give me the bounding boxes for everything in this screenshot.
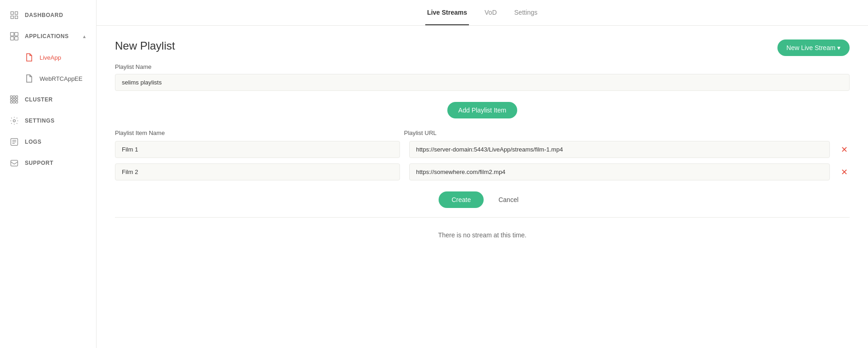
cluster-icon xyxy=(9,95,19,105)
settings-icon xyxy=(9,116,19,126)
sidebar-item-support[interactable]: SUPPORT xyxy=(0,152,96,174)
cancel-button[interactable]: Cancel xyxy=(491,191,526,208)
playlist-columns-header: Playlist Item Name Playlist URL xyxy=(115,129,850,136)
svg-rect-4 xyxy=(11,33,14,36)
sidebar-applications-label: APPLICATIONS xyxy=(25,33,69,39)
playlist-item-name-1[interactable] xyxy=(115,141,400,158)
svg-rect-7 xyxy=(15,37,18,40)
playlist-item-name-2[interactable] xyxy=(115,163,400,180)
svg-rect-9 xyxy=(13,96,15,98)
liveapp-file-icon xyxy=(24,52,34,62)
no-stream-message: There is no stream at this time. xyxy=(115,218,850,253)
sidebar-support-label: SUPPORT xyxy=(25,160,53,166)
support-icon xyxy=(9,158,19,168)
svg-rect-10 xyxy=(16,96,17,98)
sidebar-webrtcappee-label: WebRTCAppEE xyxy=(40,75,82,82)
svg-rect-16 xyxy=(16,101,17,103)
sidebar-item-logs[interactable]: LOGS xyxy=(0,131,96,152)
form-actions: Create Cancel xyxy=(115,191,850,218)
column-url-header: Playlist URL xyxy=(404,129,824,136)
applications-icon xyxy=(9,31,19,41)
svg-rect-11 xyxy=(11,99,12,101)
sidebar: DASHBOARD APPLICATIONS ▲ LiveApp WebRTCA… xyxy=(0,0,97,348)
sidebar-item-settings[interactable]: SETTINGS xyxy=(0,110,96,131)
svg-rect-2 xyxy=(11,16,14,19)
sidebar-cluster-label: CLUSTER xyxy=(25,96,53,103)
applications-chevron: ▲ xyxy=(82,34,87,39)
svg-rect-14 xyxy=(11,101,12,103)
sidebar-item-applications[interactable]: APPLICATIONS ▲ xyxy=(0,26,96,47)
svg-rect-22 xyxy=(11,160,18,166)
tab-vod[interactable]: VoD xyxy=(483,0,498,25)
playlist-item-url-2[interactable] xyxy=(409,163,830,180)
sidebar-logs-label: LOGS xyxy=(25,139,41,145)
sidebar-dashboard-label: DASHBOARD xyxy=(25,12,63,18)
tab-live-streams[interactable]: Live Streams xyxy=(425,0,469,25)
playlist-row: ✕ xyxy=(115,141,850,158)
webrtc-file-icon xyxy=(24,73,34,84)
playlist-row: ✕ xyxy=(115,163,850,180)
svg-point-17 xyxy=(13,120,16,122)
content-area: New Live Stream ▾ New Playlist Playlist … xyxy=(97,26,868,348)
playlist-item-url-1[interactable] xyxy=(409,141,830,158)
logs-icon xyxy=(9,137,19,147)
svg-rect-13 xyxy=(16,99,17,101)
delete-item-2-button[interactable]: ✕ xyxy=(839,165,850,179)
sidebar-item-dashboard[interactable]: DASHBOARD xyxy=(0,5,96,26)
create-button[interactable]: Create xyxy=(439,191,484,208)
sidebar-item-webrtcappee[interactable]: WebRTCAppEE xyxy=(0,68,96,89)
playlist-name-input[interactable] xyxy=(115,74,850,91)
new-live-stream-button[interactable]: New Live Stream ▾ xyxy=(777,39,850,56)
column-name-header: Playlist Item Name xyxy=(115,129,395,136)
sidebar-item-liveapp[interactable]: LiveApp xyxy=(0,47,96,68)
playlist-name-field: Playlist Name xyxy=(115,63,850,91)
svg-rect-6 xyxy=(11,37,14,40)
svg-rect-1 xyxy=(15,12,18,15)
dashboard-icon xyxy=(9,10,19,20)
top-nav: Live Streams VoD Settings xyxy=(97,0,868,26)
svg-rect-0 xyxy=(11,12,14,15)
playlist-name-label: Playlist Name xyxy=(115,63,850,70)
page-title: New Playlist xyxy=(115,39,850,52)
playlist-items-container: Playlist Item Name Playlist URL ✕ ✕ xyxy=(115,129,850,180)
svg-rect-8 xyxy=(11,96,12,98)
sidebar-item-cluster[interactable]: CLUSTER xyxy=(0,89,96,110)
add-playlist-item-button[interactable]: Add Playlist Item xyxy=(447,102,517,118)
tab-settings[interactable]: Settings xyxy=(513,0,540,25)
svg-rect-3 xyxy=(15,16,18,19)
svg-rect-15 xyxy=(13,101,15,103)
sidebar-settings-label: SETTINGS xyxy=(25,118,55,124)
svg-rect-5 xyxy=(15,33,18,36)
delete-item-1-button[interactable]: ✕ xyxy=(839,143,850,157)
sidebar-liveapp-label: LiveApp xyxy=(40,54,61,61)
svg-rect-12 xyxy=(13,99,15,101)
main-content: Live Streams VoD Settings New Live Strea… xyxy=(97,0,868,348)
